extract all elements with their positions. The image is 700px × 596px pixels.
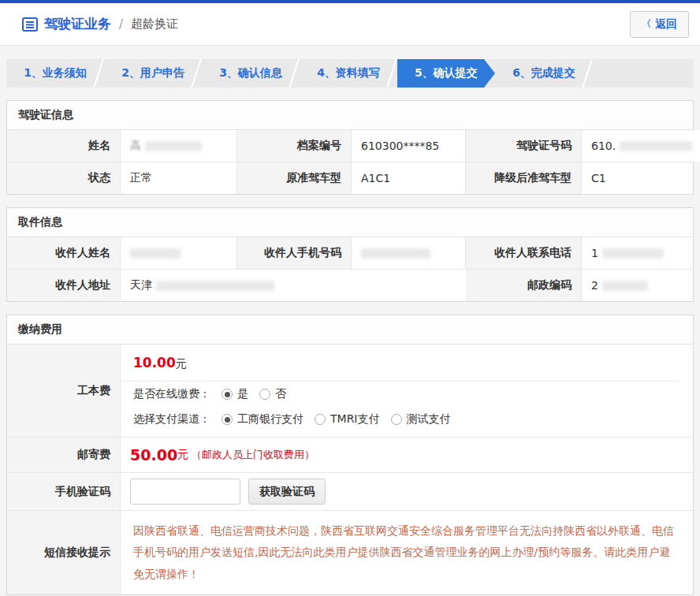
online-pay-yes-label: 是 (237, 387, 248, 401)
step-4-fill-materials: 4、资料填写 (300, 59, 397, 88)
get-sms-code-button[interactable]: 获取验证码 (248, 479, 326, 505)
step-label: 4、资料填写 (317, 66, 380, 80)
online-pay-caption: 是否在线缴费： (133, 387, 210, 401)
redacted-value (620, 141, 692, 151)
step-3-confirm-info: 3、确认信息 (202, 59, 300, 88)
mail-fee-amount: 50.00 (130, 446, 177, 464)
breadcrumb-separator: / (119, 17, 123, 32)
captcha-row: 手机验证码 获取验证码 (7, 473, 693, 511)
back-button[interactable]: 〈 返回 (630, 11, 689, 38)
original-class-label: 原准驾车型 (237, 162, 352, 194)
status-value: 正常 (121, 162, 237, 194)
recipient-phone-value (352, 237, 466, 269)
captcha-cell: 获取验证码 (121, 473, 693, 510)
mail-fee-row: 邮寄费 50.00元 （邮政人员上门收取费用） (7, 438, 693, 473)
sms-notice-label: 短信接收提示 (7, 511, 121, 594)
recipient-tel-visible: 1 (591, 247, 598, 259)
recipient-tel-value: 1 (582, 237, 693, 269)
wizard-steps: 1、业务须知 2、用户申告 3、确认信息 4、资料填写 5、确认提交 6、完成提… (6, 59, 694, 88)
step-label: 5、确认提交 (415, 66, 478, 80)
page-title: 驾驶证业务 (44, 15, 111, 33)
breadcrumb: 驾驶证业务 / 超龄换证 (22, 15, 178, 33)
online-pay-yes-option[interactable]: 是 (222, 387, 248, 401)
name-label: 姓名 (7, 130, 121, 162)
step-1-business-notice: 1、业务须知 (6, 59, 104, 88)
fees-section-title: 缴纳费用 (7, 315, 693, 345)
original-class-value: A1C1 (352, 162, 466, 194)
postcode-visible: 2 (591, 279, 598, 292)
name-value-visible: 高 (130, 139, 141, 153)
chevron-left-icon: 〈 (642, 17, 651, 31)
recipient-name-label: 收件人姓名 (7, 237, 121, 269)
channel-test-option[interactable]: 测试支付 (391, 412, 451, 427)
captcha-label: 手机验证码 (7, 473, 121, 510)
recipient-tel-label: 收件人联系电话 (466, 237, 582, 269)
step-label: 3、确认信息 (219, 66, 282, 80)
sms-notice-row: 短信接收提示 因陕西省联通、电信运营商技术问题，陕西省互联网交通安全综合服务管理… (7, 511, 693, 594)
mail-fee-note: （邮政人员上门收取费用） (192, 448, 315, 462)
license-number-visible: 610. (591, 140, 616, 152)
recipient-name-value (121, 237, 237, 269)
work-fee-price: 10.00元 (121, 345, 679, 382)
downgrade-class-value: C1 (582, 162, 693, 194)
work-fee-unit: 元 (176, 357, 187, 370)
online-pay-no-label: 否 (275, 387, 286, 401)
work-fee-row: 工本费 10.00元 是否在线缴费： 是 否 选择支付渠道： (7, 345, 693, 438)
license-info-section: 驾驶证信息 姓名 高 档案编号 610300****85 驾驶证号码 610. … (6, 100, 694, 195)
step-label: 1、业务须知 (24, 66, 87, 80)
channel-tmri-option[interactable]: TMRI支付 (315, 412, 380, 427)
pay-channel-line: 选择支付渠道： 工商银行支付 TMRI支付 测试支付 (121, 407, 693, 437)
radio-selected-icon[interactable] (222, 414, 233, 425)
redacted-value (602, 248, 664, 259)
redacted-value (130, 248, 181, 259)
file-number-label: 档案编号 (237, 130, 352, 162)
online-pay-no-option[interactable]: 否 (259, 387, 286, 401)
step-5-confirm-submit-active: 5、确认提交 (397, 59, 495, 88)
status-label: 状态 (7, 162, 121, 194)
back-button-label: 返回 (655, 17, 677, 32)
license-number-label: 驾驶证号码 (466, 130, 582, 162)
channel-icbc-option[interactable]: 工商银行支付 (222, 412, 303, 427)
postcode-label: 邮政编码 (467, 270, 582, 301)
license-section-title: 驾驶证信息 (7, 101, 693, 130)
mail-fee-unit: 元 (177, 448, 188, 462)
online-pay-line: 是否在线缴费： 是 否 (121, 382, 693, 407)
license-number-value: 610. (582, 130, 700, 162)
pickup-section-title: 取件信息 (7, 208, 693, 237)
recipient-address-value: 天津 (121, 270, 467, 301)
channel-tmri-label: TMRI支付 (330, 412, 380, 427)
license-row-1: 姓名 高 档案编号 610300****85 驾驶证号码 610. (7, 130, 693, 162)
radio-unselected-icon[interactable] (391, 414, 402, 425)
step-label: 2、用户申告 (121, 66, 184, 80)
radio-unselected-icon[interactable] (259, 389, 270, 400)
sms-code-input[interactable] (130, 479, 240, 505)
file-number-value: 610300****85 (352, 130, 466, 162)
license-row-2: 状态 正常 原准驾车型 A1C1 降级后准驾车型 C1 (7, 162, 693, 194)
pay-channel-caption: 选择支付渠道： (133, 412, 210, 427)
step-6-complete-submit: 6、完成提交 (495, 59, 593, 88)
work-fee-amount: 10.00 (133, 355, 176, 371)
radio-selected-icon[interactable] (222, 389, 233, 400)
license-business-icon (22, 17, 38, 32)
pickup-info-section: 取件信息 收件人姓名 收件人手机号码 收件人联系电话 1 收件人地址 天津 邮政… (6, 207, 694, 302)
page-header: 驾驶证业务 / 超龄换证 〈 返回 (0, 3, 700, 46)
recipient-phone-label: 收件人手机号码 (237, 237, 352, 269)
page-subtitle: 超龄换证 (131, 17, 178, 32)
mail-fee-label: 邮寄费 (7, 438, 121, 472)
redacted-value (156, 281, 274, 291)
sms-notice-text: 因陕西省联通、电信运营商技术问题，陕西省互联网交通安全综合服务管理平台无法向持陕… (121, 511, 693, 594)
redacted-value (361, 248, 430, 259)
downgrade-class-label: 降级后准驾车型 (466, 162, 582, 194)
pickup-row-1: 收件人姓名 收件人手机号码 收件人联系电话 1 (7, 237, 693, 270)
recipient-address-label: 收件人地址 (7, 270, 121, 301)
recipient-address-visible: 天津 (130, 278, 152, 292)
radio-unselected-icon[interactable] (315, 414, 326, 425)
step-2-user-declaration: 2、用户申告 (104, 59, 202, 88)
work-fee-label: 工本费 (7, 345, 121, 437)
pickup-row-2: 收件人地址 天津 邮政编码 2 (7, 270, 693, 301)
channel-icbc-label: 工商银行支付 (237, 412, 303, 427)
work-fee-value: 10.00元 是否在线缴费： 是 否 选择支付渠道： 工商银行支付 (121, 345, 693, 437)
postcode-value: 2 (582, 270, 693, 301)
mail-fee-value: 50.00元 （邮政人员上门收取费用） (121, 438, 693, 472)
fees-section: 缴纳费用 工本费 10.00元 是否在线缴费： 是 否 选择支付渠道： (6, 315, 694, 595)
